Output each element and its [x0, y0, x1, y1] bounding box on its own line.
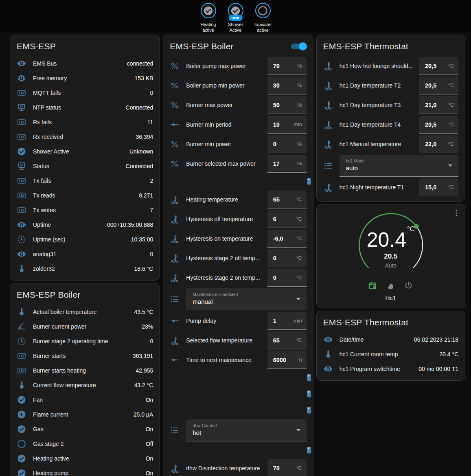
entity-row: hc1 Manual temperature22,0°C [317, 134, 465, 154]
coolant-icon [323, 182, 333, 192]
entity-row[interactable]: StatusConnected [10, 159, 160, 173]
entity-row[interactable]: Burner current power23% [10, 319, 160, 334]
entity-row[interactable]: FanOn [10, 393, 160, 407]
number-input-hc1-manual-temperature[interactable]: 22,0°C [419, 135, 458, 153]
entity-label: Boiler pump min power [186, 82, 244, 89]
entity-row[interactable]: Free memory153 KB [10, 71, 160, 86]
entity-state: On [142, 397, 153, 403]
entity-row[interactable]: Tx fails2 [10, 173, 160, 188]
coolant-icon [323, 61, 333, 71]
clock-icon [17, 235, 26, 244]
thermometer-icon [323, 349, 333, 359]
entity-row[interactable]: Rx fails11 [10, 115, 160, 129]
number-value: 65 [273, 337, 280, 344]
number-value: 70 [273, 63, 280, 69]
entity-label: Heating pump [33, 470, 68, 476]
number-input-hc1-night-temperature-t1[interactable]: 15,0°C [419, 178, 458, 196]
number-value: 1 [273, 318, 276, 324]
entity-row[interactable]: analog310 [10, 247, 160, 261]
check-circle-icon [17, 147, 26, 156]
coolant-icon [323, 139, 333, 149]
thermostat-dial[interactable]: 20.4°C 20.5 Auto [350, 212, 432, 280]
card-boiler-controls: EMS-ESP Boiler Boiler pump max power70%B… [163, 35, 313, 476]
entity-row[interactable]: Heating activeOn [10, 451, 160, 466]
number-input-hc1-day-temperature-t2[interactable]: 20,5°C [419, 77, 458, 94]
number-input-pump-delay[interactable]: 1min [267, 312, 307, 330]
format-list-icon [323, 161, 333, 171]
calendar-clock-icon[interactable] [368, 281, 378, 291]
water-boiler-icon [304, 177, 313, 186]
badge-heating-active[interactable]: Heating active [196, 3, 221, 33]
number-input-burner-min-power[interactable]: 0% [267, 135, 307, 153]
number-input-heating-temperature[interactable]: 65°C [267, 191, 307, 208]
number-input-boiler-pump-min-power[interactable]: 30% [267, 77, 307, 94]
badge-label: Tapwater active [250, 22, 276, 33]
entity-row[interactable]: zolder3218.6 °C [10, 261, 160, 276]
entity-label: Burner max power [186, 102, 232, 108]
badge-circle: UNK [228, 3, 243, 18]
fire-icon[interactable] [386, 281, 396, 291]
number-input-burner-max-power[interactable]: 50% [267, 96, 307, 114]
entity-row[interactable]: Rx received36,394 [10, 129, 160, 144]
number-input-hysteresis-off-temperature[interactable]: 6°C [267, 210, 307, 228]
number-input-dhw-disinfection-temperature[interactable]: 70°C [267, 459, 307, 476]
entity-row[interactable]: Date/time06.02.2023 21:18 [317, 332, 465, 347]
number-input-burner-min-period[interactable]: 10min [267, 116, 307, 134]
number-input-hysteresis-stage-2-off-temp[interactable]: 0°C [267, 249, 307, 267]
number-input-hysteresis-stage-2-on-temp[interactable]: 0°C [267, 269, 307, 287]
counter-icon [17, 117, 26, 127]
entity-row[interactable]: EMS Busconnected [10, 56, 160, 71]
entity-label: hc1 Night temperature T1 [340, 184, 404, 191]
badge-state-tag: UNK [228, 15, 242, 21]
counter-icon [17, 205, 26, 215]
number-input-hysteresis-on-temperature[interactable]: -6,0°C [267, 230, 307, 248]
entity-row[interactable]: Flame current25.0 µA [10, 407, 160, 422]
entity-row[interactable]: Actual boiler temperature43.5 °C [10, 305, 160, 319]
number-input-boiler-pump-max-power[interactable]: 70% [267, 57, 307, 75]
badge-shower-active[interactable]: UNK Shower Active [223, 3, 248, 33]
entity-row[interactable]: GasOn [10, 422, 160, 437]
card-thermostat-sensors: EMS-ESP Thermostat Date/time06.02.2023 2… [316, 311, 465, 381]
entity-row[interactable]: Burner stage 2 operating time0 [10, 334, 160, 349]
badge-tapwater-active[interactable]: Tapwater active [250, 3, 276, 33]
select-dhw-comfort[interactable]: dhw Comforthot [186, 419, 306, 441]
entity-row[interactable]: Burner starts heating42,955 [10, 363, 160, 378]
entity-row: Boiler pump max power70% [163, 56, 313, 76]
entity-label: Actual boiler temperature [33, 309, 96, 315]
number-input-hc1-how-hot-lounge-should[interactable]: 20,5°C [419, 57, 458, 75]
select-hc1-mode[interactable]: hc1 Modeauto [340, 155, 458, 177]
entity-row[interactable]: Tx writes7 [10, 203, 160, 217]
number-input-selected-flow-temperature[interactable]: 65°C [267, 331, 307, 349]
entity-row[interactable]: Uptime000+10:35:00.888 [10, 217, 160, 232]
counter-icon [17, 366, 26, 375]
entity-row: hc1 Night temperature T115,0°C [317, 178, 465, 197]
number-input-time-to-next-maintenance[interactable]: 6000h [267, 351, 307, 369]
number-value: 17 [273, 160, 280, 167]
power-icon[interactable] [404, 281, 414, 291]
entity-label: Fan [33, 397, 43, 403]
entity-row[interactable]: NTP statusConnected [10, 100, 160, 115]
entity-row[interactable]: Gas stage 2Off [10, 437, 160, 451]
entity-row[interactable]: hc1 Program switchtime00 mo 00:00 T1 [317, 362, 465, 376]
number-input-burner-selected-max-power[interactable]: 17% [267, 155, 307, 173]
number-input-hc1-day-temperature-t4[interactable]: 20,5°C [419, 116, 458, 134]
number-input-hc1-day-temperature-t3[interactable]: 21,0°C [419, 96, 458, 114]
boiler-power-toggle[interactable] [291, 44, 307, 49]
chip-icon [17, 73, 26, 83]
entity-row[interactable]: Shower ActiveUnknown [10, 144, 160, 159]
entity-row[interactable]: Current flow temperature43.2 °C [10, 378, 160, 393]
overflow-menu-icon[interactable] [452, 208, 462, 218]
entity-row[interactable]: MQTT fails0 [10, 86, 160, 100]
entity-row: Burner selected max power17% [163, 154, 313, 173]
entity-state: On [142, 455, 153, 462]
entity-row: Maintenance scheduledmanual [163, 287, 313, 311]
entity-row[interactable]: Heating pumpOn [10, 466, 160, 476]
entity-row[interactable]: Burner starts363,191 [10, 349, 160, 363]
counter-icon [17, 132, 26, 142]
entity-row[interactable]: Tx reads8,271 [10, 188, 160, 203]
entity-row[interactable]: Uptime (sec)10:35:00 [10, 232, 160, 247]
entity-label: Free memory [33, 75, 67, 81]
right-column: EMS-ESP Thermostat hc1 How hot lounge sh… [316, 35, 465, 381]
select-maintenance-scheduled[interactable]: Maintenance scheduledmanual [186, 288, 306, 310]
entity-row[interactable]: hc1 Current room temp20.4 °C [317, 347, 465, 362]
